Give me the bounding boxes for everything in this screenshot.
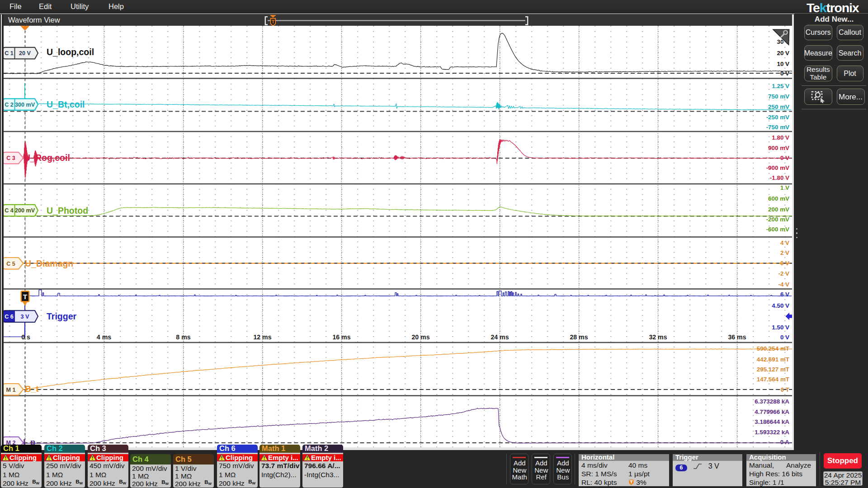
- svg-text:32 ms: 32 ms: [649, 333, 667, 341]
- svg-text:8 ms: 8 ms: [176, 333, 190, 341]
- svg-text:6 V: 6 V: [780, 291, 789, 298]
- svg-text:3 V: 3 V: [21, 314, 30, 320]
- svg-text:C 4: C 4: [5, 207, 14, 214]
- svg-text:C 5: C 5: [6, 261, 15, 267]
- svg-text:0 V: 0 V: [780, 260, 789, 267]
- svg-text:900 mV: 900 mV: [768, 145, 789, 151]
- svg-text:-600 mV: -600 mV: [766, 226, 789, 233]
- svg-text:0 s: 0 s: [21, 333, 30, 341]
- svg-text:590.254 mT: 590.254 mT: [757, 345, 790, 352]
- svg-text:24 ms: 24 ms: [491, 333, 509, 341]
- svg-text:20 V: 20 V: [777, 50, 789, 56]
- svg-text:U_Bt,coil: U_Bt,coil: [47, 99, 85, 109]
- svg-text:600 mV: 600 mV: [768, 195, 789, 202]
- svg-text:U_Photod: U_Photod: [47, 206, 88, 216]
- svg-text:10 V: 10 V: [777, 61, 789, 67]
- svg-text:0 V: 0 V: [780, 334, 789, 341]
- svg-text:3.186644 kA: 3.186644 kA: [755, 418, 789, 425]
- svg-text:250 mV: 250 mV: [768, 103, 789, 110]
- svg-text:-200 mV: -200 mV: [766, 216, 789, 223]
- svg-text:4.50 V: 4.50 V: [772, 302, 789, 309]
- svg-text:C 1: C 1: [5, 50, 14, 56]
- svg-text:0 V: 0 V: [780, 70, 789, 77]
- svg-text:200 mV: 200 mV: [768, 206, 789, 213]
- svg-text:295.127 mT: 295.127 mT: [757, 366, 790, 373]
- svg-text:-250 mV: -250 mV: [766, 114, 789, 121]
- svg-text:20 V: 20 V: [19, 50, 31, 56]
- svg-text:200 mV: 200 mV: [15, 207, 35, 214]
- svg-text:12 ms: 12 ms: [253, 333, 271, 341]
- svg-text:-900 mV: -900 mV: [766, 164, 789, 171]
- svg-text:U_Diamagn: U_Diamagn: [25, 258, 73, 268]
- svg-text:-4 V: -4 V: [778, 281, 789, 288]
- svg-text:4 V: 4 V: [780, 239, 789, 246]
- svg-text:300 mV: 300 mV: [15, 102, 35, 108]
- svg-text:20 ms: 20 ms: [411, 333, 429, 341]
- svg-text:6.373288 kA: 6.373288 kA: [755, 398, 789, 405]
- svg-text:0 T: 0 T: [781, 386, 790, 393]
- svg-text:0 A: 0 A: [780, 439, 790, 446]
- svg-text:M 1: M 1: [6, 387, 16, 393]
- svg-text:-1.80 V: -1.80 V: [770, 174, 789, 181]
- svg-text:4.779966 kA: 4.779966 kA: [755, 408, 789, 415]
- svg-text:-750 mV: -750 mV: [766, 124, 789, 131]
- svg-text:2 V: 2 V: [780, 249, 789, 256]
- svg-text:Trigger: Trigger: [47, 311, 77, 321]
- svg-text:147.564 mT: 147.564 mT: [757, 376, 790, 383]
- svg-text:1.593322 kA: 1.593322 kA: [755, 429, 789, 436]
- svg-text:36 ms: 36 ms: [728, 333, 746, 341]
- svg-text:B_t: B_t: [25, 384, 39, 394]
- svg-text:442.691 mT: 442.691 mT: [757, 356, 790, 363]
- svg-text:C 3: C 3: [6, 155, 15, 161]
- svg-text:1.50 V: 1.50 V: [772, 324, 789, 331]
- svg-text:C 2: C 2: [5, 102, 14, 108]
- svg-text:U_Rog,coil: U_Rog,coil: [24, 153, 70, 163]
- svg-text:1.25 V: 1.25 V: [772, 83, 789, 89]
- svg-text:750 mV: 750 mV: [768, 93, 789, 100]
- svg-text:28 ms: 28 ms: [570, 333, 588, 341]
- svg-text:T: T: [271, 19, 274, 24]
- svg-text:T: T: [23, 293, 28, 300]
- svg-text:16 ms: 16 ms: [332, 333, 350, 341]
- svg-text:-2 V: -2 V: [778, 270, 789, 277]
- svg-text:1.80 V: 1.80 V: [772, 134, 789, 141]
- svg-text:U_loop,coil: U_loop,coil: [47, 47, 94, 57]
- svg-text:1 V: 1 V: [780, 184, 789, 191]
- svg-text:0 V: 0 V: [780, 155, 789, 161]
- svg-text:4 ms: 4 ms: [97, 333, 111, 341]
- svg-text:C 6: C 6: [5, 314, 14, 320]
